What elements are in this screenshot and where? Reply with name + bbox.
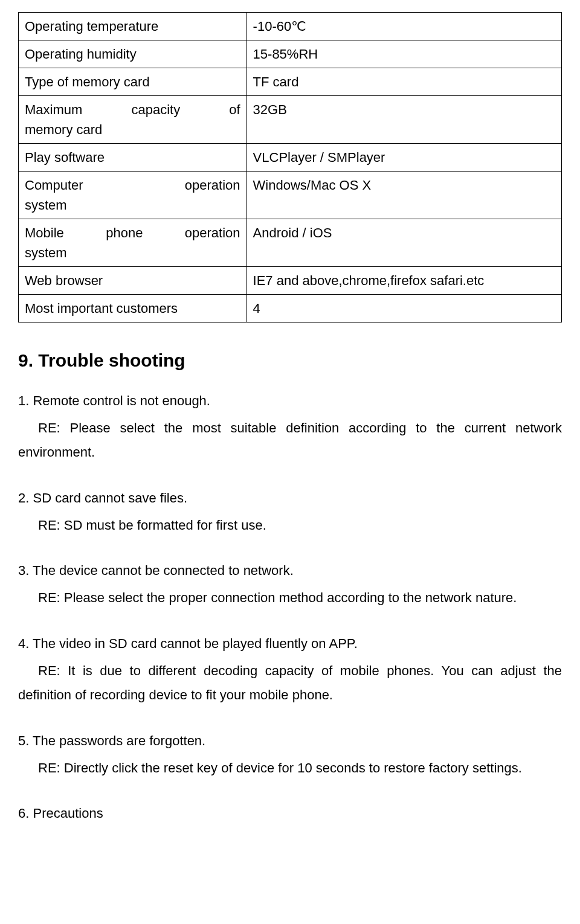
table-cell: 32GB [246,96,561,144]
table-cell: Play software [19,144,247,172]
troubleshoot-item: 5. The passwords are forgotten. RE: Dire… [18,729,562,780]
troubleshoot-item: 3. The device cannot be connected to net… [18,559,562,610]
answer-text: RE: It is due to different decoding capa… [18,659,562,708]
troubleshoot-item: 2. SD card cannot save files. RE: SD mus… [18,486,562,537]
footer-heading: 6. Precautions [18,801,562,826]
table-cell: Android / iOS [246,219,561,267]
table-cell: TF card [246,68,561,96]
answer-text: RE: Please select the proper connection … [18,586,562,611]
troubleshoot-item: 4. The video in SD card cannot be played… [18,632,562,708]
table-cell: Web browser [19,267,247,295]
table-cell: Operating temperature [19,13,247,40]
table-cell: Type of memory card [19,68,247,96]
table-cell: IE7 and above,chrome,firefox safari.etc [246,267,561,295]
troubleshoot-item: 1. Remote control is not enough. RE: Ple… [18,389,562,465]
question-text: 3. The device cannot be connected to net… [18,559,562,583]
table-cell: Most important customers [19,295,247,322]
question-text: 5. The passwords are forgotten. [18,729,562,754]
table-cell: Mobile phone operation system [19,219,247,267]
table-cell: Windows/Mac OS X [246,172,561,219]
table-cell: -10-60℃ [246,13,561,40]
table-cell: VLCPlayer / SMPlayer [246,144,561,172]
question-text: 4. The video in SD card cannot be played… [18,632,562,656]
table-cell: Computer operation system [19,172,247,219]
specifications-table: Operating temperature -10-60℃ Operating … [18,12,562,322]
table-cell: Maximum capacity of memory card [19,96,247,144]
answer-text: RE: SD must be formatted for first use. [18,513,562,538]
section-heading: 9. Trouble shooting [18,347,562,374]
question-text: 2. SD card cannot save files. [18,486,562,511]
table-cell: 15-85%RH [246,40,561,68]
table-cell: 4 [246,295,561,322]
answer-text: RE: Please select the most suitable defi… [18,416,562,465]
table-cell: Operating humidity [19,40,247,68]
answer-text: RE: Directly click the reset key of devi… [18,756,562,781]
question-text: 1. Remote control is not enough. [18,389,562,414]
